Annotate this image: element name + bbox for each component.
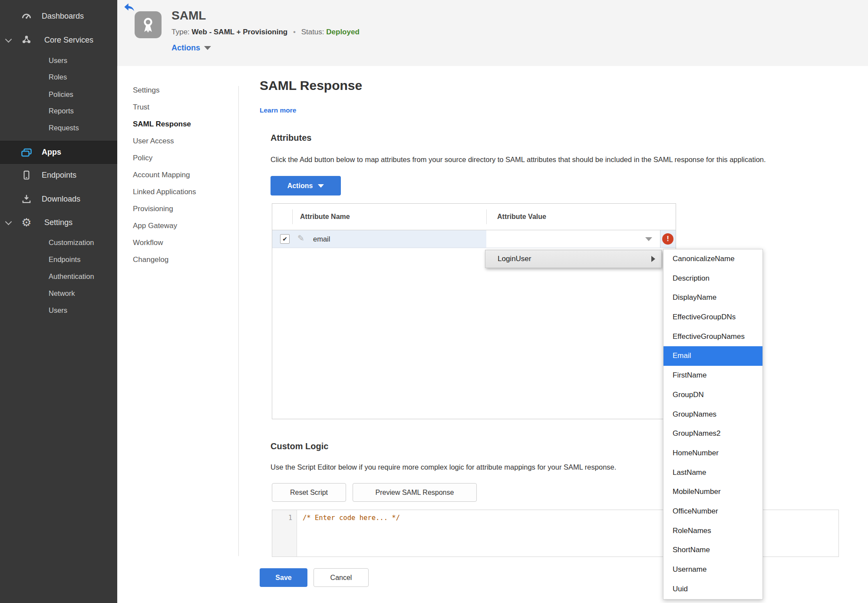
error-icon: !: [662, 233, 673, 245]
caret-down-icon: [645, 237, 652, 241]
caret-down-icon: [318, 184, 324, 188]
caret-down-icon: [204, 46, 211, 50]
attributes-description: Click the Add button below to map attrib…: [271, 156, 766, 164]
attributes-actions-label: Actions: [287, 182, 313, 190]
sidebar-item-customization[interactable]: Customization: [0, 235, 117, 250]
tab-trust[interactable]: Trust: [133, 99, 231, 116]
download-icon: [20, 192, 33, 205]
app-subnav: Settings Trust SAML Response User Access…: [133, 82, 231, 268]
saml-app-ribbon-icon: [135, 11, 162, 38]
tab-changelog[interactable]: Changelog: [133, 251, 231, 268]
sidebar-item-downloads[interactable]: Downloads: [0, 189, 117, 209]
attribute-name-cell: email: [313, 230, 330, 248]
sidebar-item-settings[interactable]: ⚙ Settings: [0, 212, 117, 232]
attributes-table: Attribute Name Attribute Value ✔ ✎ email…: [272, 203, 676, 419]
submenu-item[interactable]: DisplayName: [663, 288, 762, 308]
submenu-item[interactable]: CanonicalizeName: [663, 249, 762, 269]
submenu-item[interactable]: ShortName: [663, 540, 762, 560]
save-button[interactable]: Save: [260, 568, 307, 587]
sidebar-item-settings-users[interactable]: Users: [0, 303, 117, 318]
tab-policy[interactable]: Policy: [133, 149, 231, 166]
cancel-button[interactable]: Cancel: [314, 568, 369, 587]
attributes-heading: Attributes: [271, 133, 311, 143]
attributes-actions-button[interactable]: Actions: [271, 176, 341, 195]
sidebar-item-label: Users: [49, 306, 67, 315]
sidebar-item-label: Endpoints: [42, 171, 76, 180]
sidebar-item-requests[interactable]: Requests: [0, 120, 117, 135]
chevron-down-icon[interactable]: [5, 36, 12, 43]
sidebar-item-label: Settings: [44, 218, 73, 227]
editor-code[interactable]: /* Enter code here... */: [303, 514, 400, 522]
submenu-item[interactable]: MobileNumber: [663, 482, 762, 502]
learn-more-link[interactable]: Learn more: [260, 106, 296, 114]
custom-logic-heading: Custom Logic: [271, 441, 328, 451]
sidebar: Dashboards Core Services Users Roles Pol…: [0, 0, 117, 603]
submenu-item[interactable]: OfficeNumber: [663, 502, 762, 521]
submenu-item[interactable]: EffectiveGroupNames: [663, 327, 762, 347]
attribute-value-dropdown[interactable]: [486, 230, 660, 248]
app-title: SAML: [172, 9, 206, 23]
submenu-item[interactable]: Uuid: [663, 580, 762, 599]
mobile-device-icon: [20, 169, 33, 182]
sidebar-item-label: Authentication: [49, 272, 94, 281]
menu-item-loginuser: LoginUser: [498, 255, 531, 263]
tab-app-gateway[interactable]: App Gateway: [133, 217, 231, 234]
sidebar-item-settings-endpoints[interactable]: Endpoints: [0, 252, 117, 267]
gear-icon: ⚙: [20, 216, 33, 229]
attributes-table-header: Attribute Name Attribute Value: [272, 204, 676, 230]
sidebar-item-label: Customization: [49, 239, 94, 247]
reset-script-button[interactable]: Reset Script: [272, 483, 346, 502]
submenu-item[interactable]: GroupNames2: [663, 424, 762, 444]
submenu-item[interactable]: Email: [663, 346, 762, 366]
type-label: Type:: [172, 28, 190, 36]
submenu-item[interactable]: GroupDN: [663, 385, 762, 405]
sidebar-item-authentication[interactable]: Authentication: [0, 269, 117, 284]
sidebar-item-apps[interactable]: Apps: [0, 141, 117, 164]
submenu-item[interactable]: EffectiveGroupDNs: [663, 308, 762, 327]
sidebar-item-network[interactable]: Network: [0, 286, 117, 301]
sidebar-item-label: Endpoints: [49, 255, 80, 264]
custom-logic-description: Use the Script Editor below if you requi…: [271, 463, 616, 471]
sidebar-item-dashboards[interactable]: Dashboards: [0, 6, 117, 26]
submenu-item[interactable]: LastName: [663, 463, 762, 483]
row-checkbox[interactable]: ✔: [280, 234, 290, 244]
sidebar-item-roles[interactable]: Roles: [0, 70, 117, 84]
tab-provisioning[interactable]: Provisioning: [133, 200, 231, 217]
line-number: 1: [288, 514, 292, 522]
tab-settings[interactable]: Settings: [133, 82, 231, 99]
submenu-item[interactable]: FirstName: [663, 366, 762, 385]
header-actions-menu[interactable]: Actions: [172, 43, 211, 53]
submenu-item[interactable]: GroupNames: [663, 405, 762, 424]
preview-saml-response-button[interactable]: Preview SAML Response: [353, 483, 477, 502]
tab-account-mapping[interactable]: Account Mapping: [133, 166, 231, 183]
submenu-item[interactable]: RoleNames: [663, 521, 762, 541]
sidebar-item-reports[interactable]: Reports: [0, 103, 117, 118]
sidebar-item-users[interactable]: Users: [0, 53, 117, 68]
sidebar-item-policies[interactable]: Policies: [0, 87, 117, 102]
value-dropdown-menu[interactable]: LoginUser: [485, 250, 662, 268]
meta-separator: •: [293, 28, 296, 36]
subnav-divider: [238, 86, 239, 556]
submenu-item[interactable]: Username: [663, 560, 762, 580]
sidebar-item-endpoints[interactable]: Endpoints: [0, 165, 117, 185]
app-meta: Type: Web - SAML + Provisioning • Status…: [172, 28, 360, 36]
editor-gutter: 1: [272, 510, 297, 557]
sidebar-item-label: Downloads: [42, 195, 80, 204]
tab-saml-response[interactable]: SAML Response: [133, 116, 231, 133]
apps-icon: [20, 146, 33, 159]
sidebar-item-label: Dashboards: [42, 12, 84, 21]
edit-pencil-icon[interactable]: ✎: [297, 233, 304, 243]
tab-user-access[interactable]: User Access: [133, 133, 231, 149]
submenu-item[interactable]: Description: [663, 269, 762, 288]
tab-linked-applications[interactable]: Linked Applications: [133, 183, 231, 200]
submenu-item[interactable]: HomeNumber: [663, 444, 762, 463]
column-header-attribute-value: Attribute Value: [497, 204, 546, 230]
column-separator: [486, 209, 487, 224]
status-label: Status:: [301, 28, 324, 36]
back-arrow-icon[interactable]: [123, 2, 135, 12]
status-value: Deployed: [326, 28, 360, 36]
tab-workflow[interactable]: Workflow: [133, 234, 231, 251]
dashboard-gauge-icon: [20, 10, 33, 23]
sidebar-item-core-services[interactable]: Core Services: [0, 30, 117, 50]
chevron-down-icon[interactable]: [5, 219, 12, 225]
